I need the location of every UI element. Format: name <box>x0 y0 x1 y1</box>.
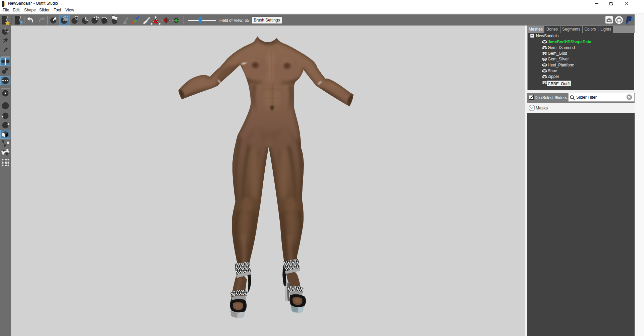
svg-text:CBBE_Outfit: CBBE_Outfit <box>548 82 571 86</box>
svg-text:Masks: Masks <box>536 106 548 110</box>
svg-text:JaneBodHDShapeData: JaneBodHDShapeData <box>548 40 591 44</box>
svg-text:NewSandals: NewSandals <box>536 34 558 38</box>
svg-text:Gem_Gold: Gem_Gold <box>548 51 567 56</box>
svg-text:Slider Filter: Slider Filter <box>576 95 597 100</box>
svg-text:Gem_Diamond: Gem_Diamond <box>548 45 575 50</box>
svg-text:Zipper: Zipper <box>548 74 559 79</box>
svg-text:Gem_Silver: Gem_Silver <box>548 57 569 61</box>
svg-text:De-/Select Sliders: De-/Select Sliders <box>535 95 567 100</box>
svg-text:Heel_Plattform: Heel_Plattform <box>548 63 574 67</box>
svg-text:Shoe: Shoe <box>548 68 557 73</box>
